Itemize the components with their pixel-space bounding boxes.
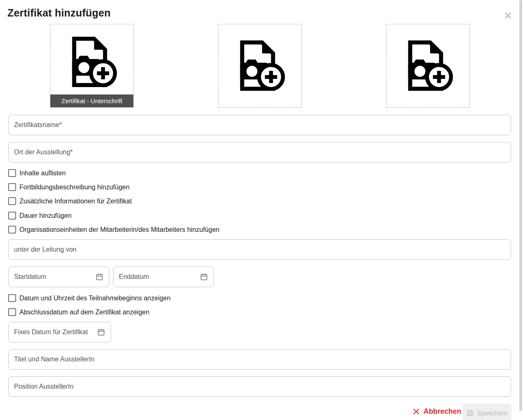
vertical-scrollbar-thumb[interactable] bbox=[519, 0, 522, 411]
checkbox-label: Zusätzliche Informationen für Zertifikat bbox=[19, 197, 132, 205]
issuer-position-input[interactable] bbox=[8, 376, 511, 397]
issuer-name-input[interactable] bbox=[8, 349, 511, 370]
calendar-icon[interactable] bbox=[95, 273, 104, 281]
checkbox-label: Dauer hinzufügen bbox=[19, 212, 71, 219]
checkbox-row-training-description: Fortbildungsbeschreibung hinzufügen bbox=[8, 183, 130, 191]
start-date-input[interactable] bbox=[14, 273, 93, 281]
add-photo-document-icon bbox=[234, 40, 286, 92]
upload-box-certificate-signature[interactable]: Zertifikat - Unterschrift bbox=[50, 24, 134, 108]
certificate-name-input[interactable] bbox=[8, 115, 511, 135]
checkbox-label: Fortbildungsbeschreibung hinzufügen bbox=[19, 183, 130, 191]
checkbox[interactable] bbox=[8, 294, 16, 302]
checkbox[interactable] bbox=[8, 197, 16, 205]
save-button-label: Speichern bbox=[477, 409, 508, 417]
fixed-date-input[interactable] bbox=[14, 328, 95, 336]
cancel-button-label: Abbrechen bbox=[424, 407, 461, 416]
calendar-icon[interactable] bbox=[200, 273, 208, 281]
checkbox-label: Datum und Uhrzeit des Teilnahmebeginns a… bbox=[19, 294, 170, 302]
close-button[interactable] bbox=[503, 10, 513, 20]
checkbox-row-org-units: Organisationseinheiten der Mitarbeiterin… bbox=[8, 226, 220, 234]
checkbox-row-additional-info: Zusätzliche Informationen für Zertifikat bbox=[8, 197, 132, 205]
checkbox-label: Abschlussdatum auf dem Zertifikat anzeig… bbox=[19, 308, 149, 316]
checkbox-row-show-completion-date: Abschlussdatum auf dem Zertifikat anzeig… bbox=[8, 308, 149, 316]
checkbox[interactable] bbox=[8, 169, 16, 177]
upload-box-2[interactable] bbox=[218, 24, 302, 108]
checkbox-row-show-participation-start: Datum und Uhrzeit des Teilnahmebeginns a… bbox=[8, 294, 170, 302]
under-direction-input[interactable] bbox=[8, 239, 511, 260]
save-icon bbox=[466, 409, 474, 417]
fixed-date-field bbox=[8, 322, 111, 342]
cancel-x-icon bbox=[413, 408, 420, 415]
checkbox-label: Organisationseinheiten der Mitarbeiterin… bbox=[19, 226, 220, 234]
upload-box-label: Zertifikat - Unterschrift bbox=[50, 94, 133, 107]
page-title: Zertifikat hinzufügen bbox=[7, 7, 111, 19]
start-date-field bbox=[8, 267, 109, 287]
save-button[interactable]: Speichern bbox=[463, 403, 511, 420]
checkbox[interactable] bbox=[8, 226, 16, 234]
end-date-input[interactable] bbox=[119, 273, 197, 281]
checkbox-row-list-contents: Inhalte auflisten bbox=[8, 169, 66, 177]
add-photo-document-icon bbox=[66, 36, 118, 89]
cancel-button[interactable]: Abbrechen bbox=[411, 406, 463, 417]
upload-box-3[interactable] bbox=[386, 24, 470, 108]
checkbox[interactable] bbox=[8, 183, 16, 191]
checkbox-label: Inhalte auflisten bbox=[19, 169, 66, 177]
checkbox[interactable] bbox=[8, 212, 16, 219]
add-certificate-dialog: Zertifikat hinzufügen Zertifikat - Unter… bbox=[0, 0, 523, 420]
issue-place-input[interactable] bbox=[8, 142, 511, 163]
calendar-icon[interactable] bbox=[97, 328, 105, 336]
close-icon bbox=[504, 12, 511, 19]
checkbox[interactable] bbox=[8, 308, 16, 316]
add-photo-document-icon bbox=[402, 40, 454, 92]
checkbox-row-add-duration: Dauer hinzufügen bbox=[8, 212, 71, 219]
end-date-field bbox=[113, 267, 214, 287]
